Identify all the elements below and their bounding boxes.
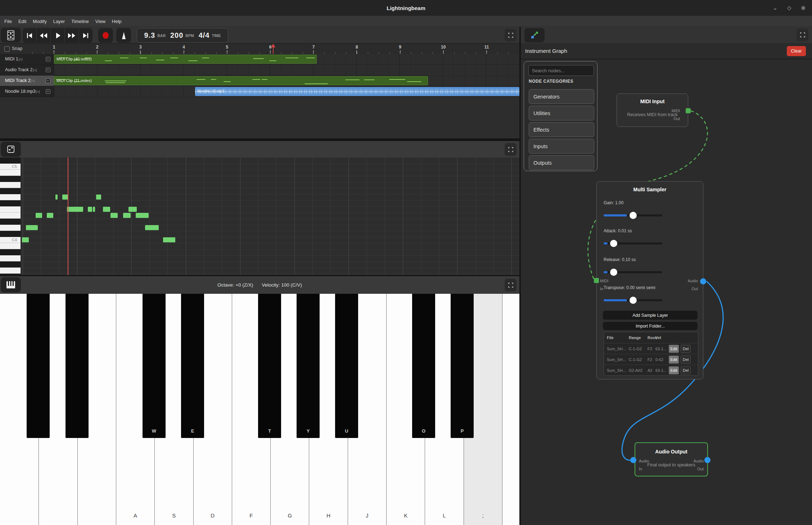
node-midi-input[interactable]: MIDI Input Receives MIDI from track MIDI…: [617, 93, 688, 127]
category-generators[interactable]: Generators: [529, 89, 594, 104]
mini-black-key[interactable]: [0, 158, 21, 164]
mini-white-key[interactable]: [0, 170, 21, 176]
midi-in-port[interactable]: [594, 278, 599, 283]
mini-white-key[interactable]: C4: [0, 237, 21, 243]
skip-to-end-button[interactable]: [79, 28, 93, 43]
mini-black-key[interactable]: [0, 176, 21, 182]
slider-thumb[interactable]: [630, 297, 637, 304]
record-button[interactable]: [98, 28, 113, 43]
param-slider[interactable]: [604, 214, 662, 216]
rewind-button[interactable]: [37, 28, 51, 43]
close-icon[interactable]: ⊗: [801, 5, 806, 11]
node-audio-output[interactable]: Audio Output Final output to speakers Au…: [635, 442, 708, 476]
category-outputs[interactable]: Outputs: [529, 155, 594, 170]
midi-note[interactable]: [163, 237, 175, 242]
midi-note[interactable]: [123, 213, 131, 218]
track-checkbox[interactable]: [46, 89, 50, 94]
menu-item-timeline[interactable]: Timeline: [68, 16, 92, 27]
midi-note[interactable]: [145, 225, 159, 230]
metronome-button[interactable]: [116, 28, 131, 43]
white-key[interactable]: [502, 294, 519, 525]
black-key-T[interactable]: T: [258, 294, 281, 438]
mini-black-key[interactable]: [0, 261, 21, 268]
midi-note[interactable]: [55, 195, 58, 200]
mini-black-key[interactable]: [0, 200, 21, 206]
track-checkbox[interactable]: [46, 68, 50, 72]
black-key-E[interactable]: E: [181, 294, 204, 438]
black-key-O[interactable]: O: [412, 294, 435, 438]
menu-item-help[interactable]: Help: [109, 16, 125, 27]
midi-note[interactable]: [93, 207, 95, 212]
black-key[interactable]: [27, 294, 50, 438]
param-slider[interactable]: [604, 271, 662, 273]
play-button[interactable]: [51, 28, 65, 43]
black-key-P[interactable]: P: [451, 294, 474, 438]
mini-white-key[interactable]: [0, 206, 21, 213]
track-label-3[interactable]: MIDI Track 2[A]: [0, 76, 54, 86]
search-input[interactable]: [528, 65, 594, 76]
midi-note[interactable]: [88, 207, 92, 212]
piano-roll-expand-button[interactable]: [505, 143, 516, 156]
track-label-2[interactable]: Audio Track 2[A]: [0, 65, 54, 76]
midi-note[interactable]: [47, 213, 53, 218]
mini-white-key[interactable]: [0, 243, 21, 249]
black-key-W[interactable]: W: [143, 294, 166, 438]
black-key[interactable]: [66, 294, 89, 438]
clear-graph-button[interactable]: Clear: [787, 46, 806, 56]
minimize-icon[interactable]: ⌄: [773, 5, 777, 11]
menu-item-view[interactable]: View: [92, 16, 109, 27]
mini-white-key[interactable]: [0, 255, 21, 261]
midi-note[interactable]: [96, 195, 101, 200]
fast-forward-button[interactable]: [65, 28, 79, 43]
param-slider[interactable]: [604, 299, 662, 301]
graph-expand-button[interactable]: [797, 28, 808, 41]
midi-note[interactable]: [67, 207, 83, 212]
timeline-ruler[interactable]: Snap 1234567891011: [0, 43, 519, 54]
mini-white-key[interactable]: [0, 194, 21, 200]
midi-note[interactable]: [22, 237, 29, 242]
mini-white-key[interactable]: [0, 182, 21, 188]
category-utilities[interactable]: Utilities: [529, 106, 594, 120]
slider-thumb[interactable]: [610, 269, 617, 276]
midi-note[interactable]: [110, 213, 118, 218]
add-sample-layer-button[interactable]: Add Sample Layer: [603, 311, 698, 320]
edit-button[interactable]: Edit: [669, 345, 679, 353]
track-label-4[interactable]: Noodle 18.mp3[A]: [0, 86, 54, 97]
audio-out-port[interactable]: [700, 278, 706, 284]
graph-mode-button[interactable]: [524, 28, 545, 42]
edit-button[interactable]: Edit: [669, 366, 679, 374]
node-multi-sampler[interactable]: Multi Sampler Gain: 1.00Attack: 0.01 ssR…: [596, 181, 703, 379]
playhead-marker[interactable]: [273, 44, 274, 54]
snap-checkbox[interactable]: [4, 46, 10, 52]
mini-black-key[interactable]: [0, 188, 21, 194]
track-checkbox[interactable]: [46, 57, 50, 61]
clip-midi[interactable]: MIDI Clip (40 notes): [54, 55, 317, 64]
mini-black-key[interactable]: [0, 249, 21, 255]
tracks-empty-area[interactable]: [0, 97, 519, 138]
audio-out-port[interactable]: [704, 457, 710, 463]
midi-note[interactable]: [62, 195, 68, 200]
menu-item-file[interactable]: File: [1, 16, 15, 27]
timeline-mode-button[interactable]: [1, 28, 21, 42]
menu-item-modify[interactable]: Modify: [30, 16, 50, 27]
slider-thumb[interactable]: [630, 212, 637, 219]
mini-black-key[interactable]: [0, 219, 21, 225]
piano-roll-grid[interactable]: C5C4: [0, 158, 519, 275]
mini-white-key[interactable]: [0, 225, 21, 231]
graph-canvas[interactable]: NODE CATEGORIES GeneratorsUtilitiesEffec…: [521, 59, 812, 525]
delete-button[interactable]: Del: [681, 345, 691, 353]
midi-note[interactable]: [136, 213, 149, 218]
audio-in-port[interactable]: [630, 457, 636, 463]
mini-white-key[interactable]: C5: [0, 164, 21, 170]
mini-white-key[interactable]: [0, 213, 21, 219]
mini-white-key[interactable]: [0, 268, 21, 274]
delete-button[interactable]: Del: [681, 356, 691, 364]
import-folder-button[interactable]: Import Folder...: [603, 322, 698, 330]
clip-audio[interactable]: Noodle 18.mp3: [195, 87, 519, 96]
midi-note[interactable]: [128, 207, 137, 212]
midi-note[interactable]: [103, 207, 110, 212]
skip-to-start-button[interactable]: [23, 28, 37, 43]
category-inputs[interactable]: Inputs: [529, 139, 594, 154]
midi-note[interactable]: [26, 225, 38, 230]
black-key-Y[interactable]: Y: [297, 294, 320, 438]
